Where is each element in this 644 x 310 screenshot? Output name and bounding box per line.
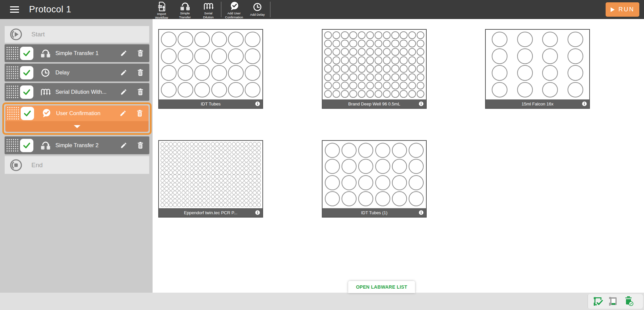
well: [358, 31, 366, 39]
start-row[interactable]: Start: [5, 26, 149, 43]
well: [236, 163, 240, 166]
well: [492, 65, 507, 81]
well: [202, 163, 206, 166]
labware-plate-idt-tubes[interactable]: IDT Tubes: [158, 29, 263, 109]
well: [236, 159, 240, 162]
edit-step-icon[interactable]: [119, 69, 128, 76]
well: [165, 163, 168, 166]
well: [194, 203, 198, 207]
well: [244, 154, 248, 158]
well: [408, 90, 416, 98]
well: [324, 48, 332, 56]
well: [161, 187, 164, 191]
well: [325, 159, 340, 174]
edit-step-icon[interactable]: [119, 50, 128, 57]
toolbar-add-user-confirmation-button[interactable]: Add UserConfirmation: [222, 0, 246, 19]
step-enabled-checkbox[interactable]: [21, 107, 34, 120]
delete-step-icon[interactable]: [136, 141, 145, 149]
step-label: Delay: [55, 69, 119, 76]
info-icon[interactable]: [255, 101, 260, 106]
open-labware-list-button[interactable]: OPEN LABWARE LIST: [348, 281, 415, 293]
labware-plate-15ml-falcon-16x[interactable]: 15ml Falcon 16x: [485, 29, 590, 109]
edit-step-icon[interactable]: [119, 110, 127, 117]
well: [232, 191, 236, 195]
well: [211, 179, 215, 183]
well: [194, 179, 198, 183]
well: [178, 32, 193, 47]
info-icon[interactable]: [419, 210, 424, 215]
well: [236, 146, 240, 150]
toolbar-import-workflow-button[interactable]: CSVImportWorkflow: [150, 0, 173, 19]
drag-handle-icon[interactable]: [5, 105, 21, 121]
well: [358, 159, 373, 174]
well: [568, 82, 583, 98]
well: [219, 146, 223, 150]
labware-plate-brand-deep-well-96-0-5ml[interactable]: Brand Deep Well 96 0.5mL: [322, 29, 427, 109]
drag-handle-icon[interactable]: [5, 64, 20, 81]
end-row[interactable]: End: [5, 156, 149, 174]
well: [169, 183, 173, 187]
well: [375, 143, 390, 158]
well: [198, 167, 202, 170]
well: [186, 142, 189, 146]
well: [169, 187, 173, 191]
toolbar-add-delay-button[interactable]: Add Delay: [246, 0, 269, 19]
trash-check-icon[interactable]: [623, 296, 634, 307]
edit-step-icon[interactable]: [119, 142, 128, 149]
info-icon[interactable]: [582, 101, 587, 106]
protocol-step-serial-dilution-with[interactable]: Serial Dilution With...: [5, 83, 149, 101]
well: [244, 191, 248, 195]
info-icon[interactable]: [255, 210, 260, 215]
toolbar: CSVImportWorkflowSimpleTransferSerialDil…: [150, 0, 271, 19]
expand-step-toggle[interactable]: [5, 121, 149, 132]
labware-plate-idt-tubes-1[interactable]: IDT Tubes (1): [322, 140, 427, 218]
well: [253, 199, 256, 203]
toolbar-simple-transfer-button[interactable]: SimpleTransfer: [173, 0, 197, 19]
step-enabled-checkbox[interactable]: [20, 85, 33, 99]
protocol-title: Protocol 1: [29, 5, 71, 14]
well: [249, 150, 252, 154]
well: [173, 179, 177, 183]
menu-icon[interactable]: [10, 6, 19, 13]
well: [324, 40, 332, 47]
well: [333, 40, 340, 47]
well: [161, 154, 164, 158]
delete-step-icon[interactable]: [135, 109, 144, 117]
protocol-step-delay[interactable]: Delay: [5, 64, 149, 81]
deck-view-icon[interactable]: [608, 296, 619, 307]
step-enabled-checkbox[interactable]: [20, 139, 33, 152]
well: [177, 150, 181, 154]
well: [198, 146, 202, 150]
well: [190, 203, 194, 207]
info-icon[interactable]: [419, 101, 424, 106]
step-enabled-checkbox[interactable]: [20, 66, 33, 79]
toolbar-serial-dilution-button[interactable]: SerialDilution: [197, 0, 220, 19]
well: [492, 32, 507, 47]
delete-step-icon[interactable]: [136, 88, 145, 96]
well: [177, 146, 181, 150]
labware-plate-eppendorf-twin-tec-pcr-p[interactable]: Eppendorf twin.tec PCR P...: [158, 140, 263, 218]
drag-handle-icon[interactable]: [5, 44, 20, 62]
drag-handle-icon[interactable]: [5, 83, 20, 101]
well: [165, 171, 168, 174]
well: [182, 167, 185, 170]
labware-check-icon[interactable]: [592, 296, 604, 307]
step-enabled-checkbox[interactable]: [20, 47, 33, 60]
well-grid: [160, 141, 262, 208]
delete-step-icon[interactable]: [136, 69, 145, 76]
well: [207, 146, 210, 150]
protocol-step-user-confirmation[interactable]: User Confirmation: [5, 105, 149, 121]
well: [245, 32, 260, 47]
well: [232, 203, 236, 207]
protocol-step-simple-transfer-2[interactable]: Simple Transfer 2: [5, 136, 149, 154]
drag-handle-icon[interactable]: [5, 136, 20, 154]
well: [161, 146, 164, 150]
well: [257, 183, 261, 187]
protocol-step-simple-transfer-1[interactable]: Simple Transfer 1: [5, 44, 149, 62]
delete-step-icon[interactable]: [136, 49, 145, 57]
edit-step-icon[interactable]: [119, 88, 128, 95]
run-button[interactable]: RUN: [606, 2, 639, 17]
well: [177, 175, 181, 178]
well: [211, 82, 227, 98]
well: [400, 48, 407, 56]
